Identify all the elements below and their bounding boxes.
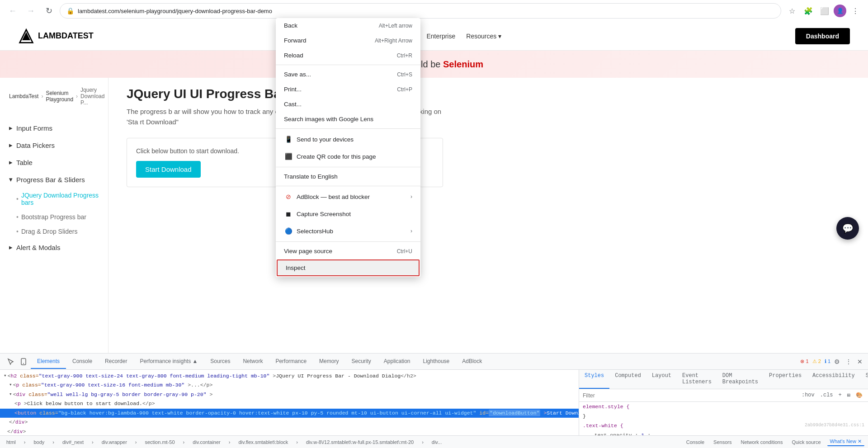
chevron-down-icon-resources: ▾: [498, 33, 501, 40]
context-menu-translate[interactable]: Translate to English: [276, 169, 420, 184]
warning-badge[interactable]: ⚠ 2: [812, 358, 821, 364]
devtools-settings-button[interactable]: ⚙: [832, 356, 842, 367]
bottom-tab-whats-new[interactable]: What's New ✕: [827, 438, 864, 446]
chat-button[interactable]: 💬: [836, 217, 859, 240]
bottom-tab-console[interactable]: Console: [684, 439, 707, 446]
sidebar-item-input-forms[interactable]: ▸ Input Forms: [0, 119, 108, 137]
sidebar-item-alert-modals[interactable]: ▸ Alert & Modals: [0, 239, 108, 256]
context-menu-qr-code[interactable]: ⬛ Create QR code for this page: [276, 148, 420, 165]
styles-tab-properties[interactable]: Properties: [764, 370, 807, 389]
html-line-6[interactable]: </div>: [0, 418, 579, 427]
nav-resources[interactable]: Resources ▾: [466, 33, 501, 40]
devtools-tab-sources[interactable]: Sources: [204, 354, 236, 369]
error-badge[interactable]: ⊗ 1: [800, 358, 808, 364]
forward-button[interactable]: →: [24, 4, 38, 18]
devtools-tab-application[interactable]: Application: [377, 354, 417, 369]
bottom-tab-network-conditions[interactable]: Network conditions: [738, 439, 785, 446]
nav-enterprise[interactable]: Enterprise: [426, 33, 455, 40]
breadcrumb-div-wrapper[interactable]: div.wrapper: [99, 439, 130, 446]
context-menu-adblock[interactable]: ⊘ AdBlock — best ad blocker ›: [276, 188, 420, 205]
context-menu-search-lens[interactable]: Search images with Google Lens: [276, 112, 420, 127]
devtools-tab-recorder[interactable]: Recorder: [99, 354, 133, 369]
breadcrumb-home[interactable]: LambdaTest: [9, 93, 38, 99]
styles-tab-computed[interactable]: Computed: [609, 370, 646, 389]
styles-tab-styles[interactable]: Styles: [579, 370, 609, 389]
breadcrumb-div-next[interactable]: div#_next: [60, 439, 86, 446]
html-line-2[interactable]: ▾ <p class="text-gray-900 text-size-16 f…: [0, 381, 579, 390]
sidebar-subitem-jquery-download[interactable]: • JQuery Download Progress bars: [0, 188, 108, 210]
styles-tab-dom-breakpoints[interactable]: DOM Breakpoints: [717, 370, 764, 389]
sidebar-subitem-bootstrap[interactable]: • Bootstrap Progress bar: [0, 210, 108, 224]
devtools-tab-performance-insights[interactable]: Performance insights ▲: [133, 354, 204, 369]
context-menu-view-source[interactable]: View page source Ctrl+U: [276, 244, 420, 259]
hov-filter[interactable]: :hov: [800, 391, 816, 400]
html-line-5[interactable]: <button class="bg-black hover:bg-lambda-…: [0, 409, 579, 418]
start-download-button[interactable]: Start Download: [136, 161, 201, 178]
devtools-more-button[interactable]: ⋮: [844, 356, 854, 367]
styles-tab-selectorshub[interactable]: SelectorsHub: [860, 370, 868, 389]
sidebar-item-progress-bar[interactable]: ▾ Progress Bar & Sliders: [0, 171, 108, 188]
breadcrumb-body[interactable]: body: [31, 439, 47, 446]
devtools-tab-console[interactable]: Console: [66, 354, 99, 369]
devtools-tab-lighthouse[interactable]: Lighthouse: [417, 354, 456, 369]
breadcrumb-div-w8[interactable]: div.w-8\/12.smtablet\:w-full.px-15.smtab…: [303, 439, 416, 446]
context-menu-cast[interactable]: Cast...: [276, 97, 420, 112]
context-menu-screenshot[interactable]: ◼ Capture Screenshot: [276, 205, 420, 222]
arrow-icon-progress-bar: ▾: [9, 175, 13, 184]
sidebar-item-data-pickers[interactable]: ▸ Data Pickers: [0, 137, 108, 154]
bottom-tab-sensors[interactable]: Sensors: [711, 439, 734, 446]
breadcrumb-div-flex[interactable]: div.flex.smtablet\:block: [236, 439, 291, 446]
breadcrumb-div-container[interactable]: div.container: [190, 439, 223, 446]
context-menu-save[interactable]: Save as... Ctrl+S: [276, 67, 420, 82]
browser-toolbar: ← → ↻ 🔒 lambdatest.com/selenium-playgrou…: [0, 0, 868, 22]
html-line-1[interactable]: ▾ <h2 class="text-gray-900 text-size-24 …: [0, 372, 579, 381]
context-menu-back[interactable]: Back Alt+Left arrow: [276, 18, 420, 33]
toggle-computed[interactable]: ⊞: [845, 391, 852, 400]
breadcrumb-section[interactable]: section.mt-50: [142, 439, 177, 446]
cls-filter[interactable]: .cls: [818, 391, 835, 400]
breadcrumb-playground[interactable]: Selenium Playground: [46, 90, 73, 103]
breadcrumb-div-more[interactable]: div...: [429, 439, 444, 446]
extension-button[interactable]: 🧩: [801, 4, 816, 18]
context-menu-send-devices[interactable]: 📱 Send to your devices: [276, 131, 420, 148]
html-line-4[interactable]: <p >Click below button to start download…: [0, 399, 579, 408]
sidebar-item-table[interactable]: ▸ Table: [0, 154, 108, 171]
filter-input[interactable]: [583, 392, 796, 399]
context-menu-selectorshub[interactable]: 🔵 SelectorsHub ›: [276, 222, 420, 240]
devtools-close-button[interactable]: ✕: [855, 356, 864, 367]
context-menu-reload[interactable]: Reload Ctrl+R: [276, 48, 420, 63]
devtools-tab-memory[interactable]: Memory: [313, 354, 345, 369]
filter-bar: :hov .cls + ⊞ 🎨: [579, 389, 868, 402]
split-screen-button[interactable]: ⬜: [817, 4, 832, 18]
bookmark-star-button[interactable]: ☆: [785, 4, 799, 18]
device-toolbar-button[interactable]: [18, 356, 29, 367]
styles-tab-event-listeners[interactable]: Event Listeners: [677, 370, 717, 389]
styles-tab-layout[interactable]: Layout: [646, 370, 677, 389]
context-menu-cast-label: Cast...: [284, 101, 412, 108]
add-filter[interactable]: +: [837, 391, 844, 400]
devtools-tab-adblock[interactable]: AdBlock: [456, 354, 488, 369]
devtools-tab-network[interactable]: Network: [236, 354, 269, 369]
devtools-tab-performance[interactable]: Performance: [269, 354, 313, 369]
profile-avatar[interactable]: 👤: [834, 5, 846, 17]
inspect-element-tool[interactable]: [5, 356, 16, 367]
expand-arrow-2: ▾: [9, 381, 12, 389]
toggle-colors[interactable]: 🎨: [854, 391, 864, 400]
context-menu-print[interactable]: Print... Ctrl+P: [276, 82, 420, 97]
breadcrumb-html[interactable]: html: [4, 439, 19, 446]
back-button[interactable]: ←: [5, 4, 20, 18]
dashboard-button[interactable]: Dashboard: [795, 28, 850, 44]
context-menu-forward[interactable]: Forward Alt+Right Arrow: [276, 33, 420, 48]
devtools-tab-elements[interactable]: Elements: [31, 354, 66, 369]
html-line-3[interactable]: ▾ <div class="well well-lg bg-gray-5 bor…: [0, 390, 579, 399]
reload-button[interactable]: ↻: [42, 4, 56, 18]
context-menu-inspect[interactable]: Inspect: [277, 259, 420, 276]
address-bar[interactable]: 🔒 lambdatest.com/selenium-playground/jqu…: [60, 3, 781, 19]
info-badge[interactable]: ℹ 1: [825, 358, 830, 364]
bottom-tab-quick-source[interactable]: Quick source: [789, 439, 823, 446]
sidebar-subitem-drag-drop[interactable]: • Drag & Drop Sliders: [0, 224, 108, 239]
more-menu-button[interactable]: ⋮: [848, 4, 863, 18]
devtools-tab-security[interactable]: Security: [345, 354, 377, 369]
styles-tab-accessibility[interactable]: Accessibility: [807, 370, 860, 389]
html-line-7[interactable]: </div>: [0, 427, 579, 435]
